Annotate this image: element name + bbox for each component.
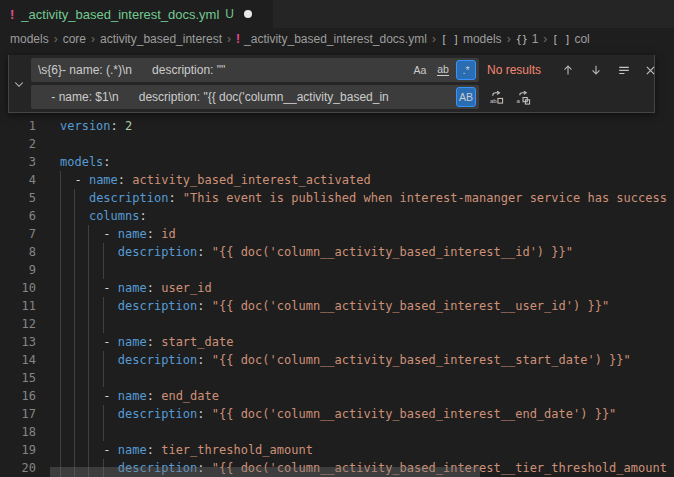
token: - — [103, 335, 117, 349]
replace-all-icon: a — [516, 90, 531, 105]
token: : — [103, 155, 110, 169]
tab-active-file[interactable]: ! _activity_based_interest_docs.yml U — [0, 0, 273, 28]
code-line-2[interactable] — [60, 135, 667, 153]
code-line-7[interactable]: - name: id — [60, 225, 667, 243]
replace-button[interactable]: ab — [485, 86, 507, 108]
horizontal-scrollbar[interactable] — [50, 467, 480, 477]
breadcrumb-label: core — [63, 32, 86, 46]
code-line-1[interactable]: version: 2 — [60, 117, 667, 135]
code-line-12[interactable] — [60, 315, 667, 333]
line-number: 9 — [0, 261, 36, 279]
breadcrumb-separator-icon: › — [543, 32, 547, 46]
match-case-option[interactable]: Aa — [410, 60, 430, 80]
regex-option[interactable]: .* — [456, 60, 476, 80]
code-line-9[interactable] — [60, 261, 667, 279]
token: - — [103, 443, 117, 457]
line-number: 3 — [0, 153, 36, 171]
token — [60, 245, 118, 259]
token — [60, 191, 89, 205]
token: tier_threshold_amount — [161, 443, 313, 457]
replace-all-button[interactable]: a — [512, 86, 534, 108]
code-line-6[interactable]: columns: — [60, 207, 667, 225]
chevron-down-icon — [13, 78, 25, 90]
token — [60, 173, 74, 187]
token: description — [89, 191, 168, 205]
token: : — [147, 227, 154, 241]
editor-pane[interactable]: 1234567891011121314151617181920 version:… — [0, 50, 674, 477]
breadcrumb-item-models[interactable]: [ ]models — [441, 32, 502, 46]
unsaved-changes-dot-icon[interactable] — [244, 10, 252, 18]
breadcrumb-item-_activity_based_interest_docs.yml[interactable]: !_activity_based_interest_docs.yml — [236, 32, 427, 46]
code-line-16[interactable]: - name: end_date — [60, 387, 667, 405]
token: - — [103, 281, 117, 295]
token: : — [147, 335, 154, 349]
code-line-10[interactable]: - name: user_id — [60, 279, 667, 297]
next-match-button[interactable] — [585, 59, 607, 81]
token: : — [147, 443, 154, 457]
code-line-18[interactable] — [60, 423, 667, 441]
symbol-array-icon: [ ] — [552, 34, 570, 45]
token: columns — [89, 209, 140, 223]
token: "{{ doc('column__activity_based_interest… — [212, 299, 609, 313]
token: name — [118, 281, 147, 295]
svg-text:a: a — [516, 97, 520, 104]
arrow-down-icon — [589, 63, 603, 77]
code-line-5[interactable]: description: "This event is published wh… — [60, 189, 667, 207]
find-in-selection-button[interactable] — [613, 59, 635, 81]
symbol-array-icon: [ ] — [441, 34, 459, 45]
selection-lines-icon — [617, 63, 631, 77]
breadcrumb-item-core[interactable]: core — [63, 32, 86, 46]
arrow-up-icon — [561, 63, 575, 77]
toggle-replace-button[interactable] — [9, 55, 29, 112]
code-line-14[interactable]: description: "{{ doc('column__activity_b… — [60, 351, 667, 369]
line-number: 6 — [0, 207, 36, 225]
breadcrumb-item-activity_based_interest[interactable]: activity_based_interest — [100, 32, 222, 46]
token — [60, 227, 103, 241]
token: "{{ doc('column__activity_based_interest… — [212, 353, 631, 367]
find-replace-widget: Aa ab .* No results AB ab — [8, 55, 655, 113]
token — [60, 281, 103, 295]
token: start_date — [161, 335, 233, 349]
token — [205, 407, 212, 421]
previous-match-button[interactable] — [557, 59, 579, 81]
breadcrumb-separator-icon: › — [91, 32, 95, 46]
token: id — [161, 227, 175, 241]
code-line-15[interactable] — [60, 369, 667, 387]
breadcrumb-item-models[interactable]: models — [10, 32, 49, 46]
code-line-19[interactable]: - name: tier_threshold_amount — [60, 441, 667, 459]
code-line-8[interactable]: description: "{{ doc('column__activity_b… — [60, 243, 667, 261]
code-line-3[interactable]: models: — [60, 153, 667, 171]
replace-input-box: AB — [31, 85, 479, 109]
line-number: 20 — [0, 459, 36, 477]
line-number: 5 — [0, 189, 36, 207]
breadcrumb-separator-icon: › — [507, 32, 511, 46]
token: : — [197, 245, 204, 259]
close-find-widget-button[interactable] — [639, 59, 661, 81]
replace-input[interactable] — [31, 85, 479, 109]
token: description — [118, 299, 197, 313]
breadcrumb-label: activity_based_interest — [100, 32, 222, 46]
breadcrumb-label: models — [463, 32, 502, 46]
breadcrumb-label: models — [10, 32, 49, 46]
code-line-11[interactable]: description: "{{ doc('column__activity_b… — [60, 297, 667, 315]
replace-icon: ab — [489, 90, 504, 105]
code-line-4[interactable]: - name: activity_based_interest_activate… — [60, 171, 667, 189]
code-line-13[interactable]: - name: start_date — [60, 333, 667, 351]
token: models — [60, 155, 103, 169]
git-untracked-badge: U — [225, 7, 234, 21]
code-line-17[interactable]: description: "{{ doc('column__activity_b… — [60, 405, 667, 423]
whole-word-option[interactable]: ab — [433, 60, 453, 80]
breadcrumb-label: 1 — [532, 32, 539, 46]
breadcrumb-item-1[interactable]: {}1 — [516, 32, 539, 46]
yaml-file-icon: ! — [236, 32, 240, 46]
token — [60, 209, 89, 223]
line-number: 17 — [0, 405, 36, 423]
line-number: 4 — [0, 171, 36, 189]
token: : — [197, 353, 204, 367]
token: "{{ doc('column__activity_based_interest… — [212, 407, 617, 421]
preserve-case-option[interactable]: AB — [456, 87, 476, 107]
token: name — [118, 227, 147, 241]
token: name — [118, 335, 147, 349]
breadcrumb-separator-icon: › — [54, 32, 58, 46]
breadcrumb-item-col[interactable]: [ ]col — [552, 32, 589, 46]
